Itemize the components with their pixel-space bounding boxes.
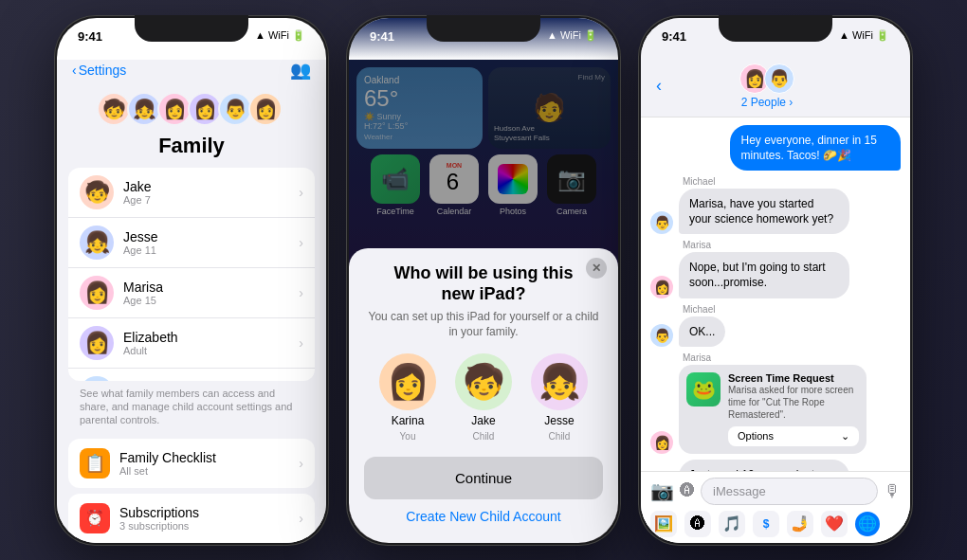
avatar-4: 👩 [188, 92, 222, 126]
msg-bubble-group: Michael Marisa, have you started your sc… [679, 176, 849, 234]
status-time-1: 9:41 [78, 29, 102, 44]
settings-header: ‹ Settings 👥 [57, 60, 326, 88]
elizabeth-role: Adult [123, 345, 289, 356]
list-item[interactable]: 👩 Elizabeth Adult › [68, 318, 315, 369]
phone-2: 9:41 ▲ WiFi 🔋 Oakland 65° ☀️ Sunny H:72°… [346, 15, 621, 546]
group-avatar-2: 👨 [764, 63, 794, 94]
add-family-member-icon[interactable]: 👥 [290, 60, 311, 81]
msg-apps-row: 🖼️ 🅐 🎵 $ 🤳 ❤️ 🌐 [650, 505, 901, 537]
msg-input-row: 📷 🅐 iMessage 🎙 [650, 478, 901, 505]
camera-input-icon[interactable]: 📷 [650, 479, 674, 502]
phone-3: 9:41 ▲ WiFi 🔋 ‹ 👩 👨 2 People › [638, 15, 913, 546]
jake-modal-avatar: 🧒 [455, 353, 512, 410]
list-item[interactable]: 👨 Michael Parent/Guardian › [68, 369, 315, 381]
group-info[interactable]: 👩 👨 2 People › [669, 63, 865, 109]
message-row: 👩 Marisa Nope, but I'm going to start so… [650, 240, 901, 298]
settings-back-button[interactable]: ‹ Settings [72, 63, 126, 78]
sender-name: Michael [683, 304, 725, 315]
create-child-account-link[interactable]: Create New Child Account [364, 509, 603, 524]
marisa-avatar: 👩 [80, 276, 114, 310]
msg-bubble-group: Just need 10 more minutes pleeease 🙏👨‍👩‍… [679, 460, 849, 471]
michael-msg-avatar: 👨 [650, 211, 673, 234]
options-button[interactable]: Options ⌄ [728, 426, 859, 446]
subscriptions-chevron-icon: › [299, 511, 303, 526]
checklist-chevron-icon: › [299, 456, 303, 471]
family-note: See what family members can access and s… [57, 381, 326, 433]
status-time-2: 9:41 [370, 29, 394, 44]
continue-button[interactable]: Continue [364, 457, 603, 499]
modal-close-button[interactable]: ✕ [586, 258, 607, 279]
ipad-home-screen: Oakland 65° ☀️ Sunny H:72° L:55° Weather… [349, 60, 618, 543]
modal-user-jesse[interactable]: 👧 Jesse Child [531, 353, 588, 442]
options-chevron-icon: ⌄ [841, 430, 849, 443]
message-bubble: Marisa, have you started your science ho… [679, 189, 849, 234]
list-item[interactable]: 👩 Marisa Age 15 › [68, 268, 315, 318]
message-bubble: OK... [679, 316, 725, 347]
checklist-subtitle: All set [119, 465, 289, 477]
msg-bubble-group: Marisa 🐸 Screen Time Request Marisa aske… [679, 352, 867, 454]
message-bubble: Just need 10 more minutes pleeease 🙏👨‍👩‍… [679, 460, 849, 471]
phone3-content: ‹ 👩 👨 2 People › Hey everyone, dinner in… [641, 60, 910, 543]
jesse-modal-role: Child [549, 431, 571, 442]
jesse-chevron-icon: › [299, 235, 303, 250]
jesse-role: Age 11 [123, 244, 289, 256]
elizabeth-chevron-icon: › [299, 335, 303, 351]
jesse-modal-name: Jesse [544, 414, 574, 427]
modal-user-jake[interactable]: 🧒 Jake Child [455, 353, 512, 442]
jesse-info: Jesse Age 11 [123, 229, 289, 256]
screen-time-title: Screen Time Request [728, 372, 859, 384]
status-icons-2: ▲ WiFi 🔋 [547, 29, 597, 42]
marisa-chevron-icon: › [299, 285, 303, 300]
message-bubble: Hey everyone, dinner in 15 minutes. Taco… [730, 125, 901, 171]
list-item[interactable]: 🧒 Jake Age 7 › [68, 168, 315, 218]
cash-app-icon[interactable]: $ [753, 511, 779, 537]
jesse-avatar: 👧 [80, 226, 114, 260]
subscriptions-icon: ⏰ [80, 503, 110, 533]
modal-subtitle: You can set up this iPad for yourself or… [364, 310, 603, 339]
heart-app-icon[interactable]: ❤️ [821, 511, 848, 537]
family-member-list: 🧒 Jake Age 7 › 👧 Jesse Age 11 › [68, 168, 315, 381]
notch-3 [719, 15, 832, 42]
marisa-role: Age 15 [123, 295, 289, 306]
avatar-6: 👩 [248, 92, 283, 126]
phone1-content: ‹ Settings 👥 🧒 👧 👩 👩 👨 👩 Family 🧒 Jake [57, 60, 326, 543]
michael-msg-avatar-2: 👨 [650, 324, 673, 347]
jesse-name: Jesse [123, 229, 289, 244]
messages-back-button[interactable]: ‹ [656, 76, 662, 96]
message-row: 👨 Michael OK... [650, 304, 901, 347]
avatar-2: 👧 [127, 92, 161, 126]
marisa-name: Marisa [123, 280, 289, 295]
sender-name: Michael [683, 176, 849, 187]
memoji-app-icon[interactable]: 🤳 [787, 511, 813, 537]
sender-name: Marisa [683, 240, 849, 250]
message-input[interactable]: iMessage [701, 478, 878, 505]
jake-modal-role: Child [473, 431, 495, 442]
subscriptions-row[interactable]: ⏰ Subscriptions 3 subscriptions › [68, 494, 315, 543]
screen-time-desc: Marisa asked for more screen time for "C… [728, 384, 859, 421]
message-row: 👩 Just need 10 more minutes pleeease 🙏👨‍… [650, 460, 901, 471]
msg-bubble-group: Michael OK... [679, 304, 725, 347]
family-avatars: 🧒 👧 👩 👩 👨 👩 [57, 88, 326, 132]
status-time-3: 9:41 [662, 29, 686, 44]
family-checklist-row[interactable]: 📋 Family Checklist All set › [68, 439, 315, 488]
ipad-setup-modal: ✕ Who will be using this new iPad? You c… [349, 248, 618, 542]
microphone-icon[interactable]: 🎙 [884, 481, 901, 501]
options-label: Options [738, 430, 774, 442]
more-app-icon[interactable]: 🌐 [855, 512, 880, 536]
msg-bubble-group: Hey everyone, dinner in 15 minutes. Taco… [730, 125, 901, 171]
modal-user-karina[interactable]: 👩 Karina You [379, 353, 436, 442]
appstore-app-icon[interactable]: 🅐 [684, 511, 711, 537]
modal-title: Who will be using this new iPad? [364, 263, 603, 304]
ipad-modal-overlay: ✕ Who will be using this new iPad? You c… [349, 60, 618, 543]
message-bubble: Nope, but I'm going to start soon...prom… [679, 252, 849, 298]
modal-users: 👩 Karina You 🧒 Jake Child 👧 [364, 353, 603, 442]
checklist-icon: 📋 [80, 448, 110, 479]
checklist-info: Family Checklist All set [119, 450, 289, 477]
photos-app-icon[interactable]: 🖼️ [650, 511, 677, 537]
messages-body: Hey everyone, dinner in 15 minutes. Taco… [641, 117, 910, 471]
status-icons-1: ▲ WiFi 🔋 [255, 29, 305, 42]
music-app-icon[interactable]: 🎵 [719, 511, 745, 537]
app-store-input-icon[interactable]: 🅐 [680, 482, 695, 499]
subscriptions-info: Subscriptions 3 subscriptions [119, 505, 289, 532]
list-item[interactable]: 👧 Jesse Age 11 › [68, 218, 315, 268]
